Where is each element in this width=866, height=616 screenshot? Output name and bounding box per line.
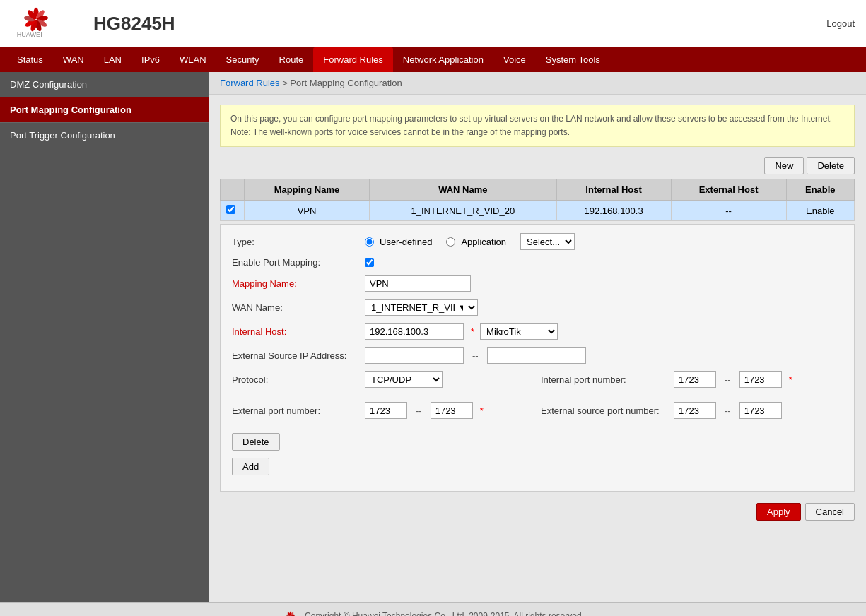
enable-label: Enable Port Mapping: (232, 257, 359, 268)
nav-forward-rules[interactable]: Forward Rules (313, 47, 393, 72)
sidebar: DMZ Configuration Port Mapping Configura… (0, 72, 209, 602)
new-button[interactable]: New (764, 157, 804, 174)
row-external-host: -- (671, 201, 786, 221)
nav-route[interactable]: Route (269, 47, 314, 72)
mapping-table: Mapping Name WAN Name Internal Host Exte… (220, 179, 855, 221)
nav-wan[interactable]: WAN (53, 47, 94, 72)
external-port-row: External port number: -- * (232, 402, 534, 419)
footer-logo (282, 610, 299, 616)
ext-source-port-from[interactable] (674, 402, 716, 419)
nav-security[interactable]: Security (216, 47, 269, 72)
type-user-defined-option[interactable]: User-defined (365, 237, 432, 247)
nav-system-tools[interactable]: System Tools (536, 47, 610, 72)
content-area: Forward Rules > Port Mapping Configurati… (209, 72, 866, 602)
cancel-button[interactable]: Cancel (805, 503, 855, 521)
wan-name-label: WAN Name: (232, 302, 359, 313)
type-application-label: Application (461, 237, 506, 247)
enable-row: Enable Port Mapping: (232, 257, 843, 268)
delete-button[interactable]: Delete (807, 157, 855, 174)
nav-wlan[interactable]: WLAN (170, 47, 216, 72)
row-enable: Enable (786, 201, 854, 221)
ext-source-port-label: External source port number: (541, 405, 668, 416)
external-source-label: External Source IP Address: (232, 350, 359, 361)
table-actions: New Delete (220, 157, 855, 174)
footer: Copyright © Huawei Technologies Co., Ltd… (0, 602, 866, 616)
mapping-name-label: Mapping Name: (232, 278, 359, 289)
footer-text: Copyright © Huawei Technologies Co., Ltd… (305, 611, 584, 616)
table-row[interactable]: VPN 1_INTERNET_R_VID_20 192.168.100.3 --… (221, 201, 855, 221)
external-port-required: * (480, 405, 484, 416)
external-source-input1[interactable] (365, 347, 464, 364)
protocol-select[interactable]: TCP/UDP TCP UDP (365, 371, 443, 388)
internal-host-input[interactable] (365, 323, 464, 340)
internal-host-device-select[interactable]: MikroTik (480, 323, 558, 340)
ext-source-port-row: External source port number: -- (541, 402, 843, 419)
internal-port-label: Internal port number: (541, 374, 668, 385)
delete-row-button[interactable]: Delete (232, 433, 280, 451)
info-box: On this page, you can configure port map… (220, 105, 855, 147)
type-application-radio[interactable] (446, 237, 455, 247)
add-button[interactable]: Add (232, 458, 269, 475)
row-checkbox[interactable] (226, 205, 235, 214)
type-user-defined-radio[interactable] (365, 237, 374, 247)
col-mapping-name: Mapping Name (245, 179, 370, 201)
external-port-to[interactable] (431, 402, 473, 419)
mapping-name-input[interactable] (365, 275, 471, 292)
main-layout: DMZ Configuration Port Mapping Configura… (0, 72, 866, 602)
external-source-input2[interactable] (487, 347, 586, 364)
ext-source-port-to[interactable] (739, 402, 782, 419)
external-source-dash: -- (469, 350, 481, 361)
col-enable: Enable (786, 179, 854, 201)
col-checkbox (221, 179, 245, 201)
nav-ipv6[interactable]: IPv6 (131, 47, 170, 72)
breadcrumb-parent[interactable]: Forward Rules (220, 78, 280, 88)
bottom-actions: Apply Cancel (220, 503, 855, 521)
internal-port-required: * (789, 374, 792, 385)
external-source-row: External Source IP Address: -- (232, 347, 843, 364)
nav-lan[interactable]: LAN (94, 47, 131, 72)
type-radio-group: User-defined Application Select... (365, 233, 575, 250)
internal-port-dash: -- (722, 374, 734, 385)
nav-network-application[interactable]: Network Application (393, 47, 493, 72)
svg-text:HUAWEI: HUAWEI (17, 31, 42, 38)
breadcrumb-current: Port Mapping Configuration (290, 78, 402, 88)
info-line2: Note: The well-known ports for voice ser… (230, 126, 844, 139)
col-wan-name: WAN Name (370, 179, 557, 201)
type-application-option[interactable]: Application (446, 237, 506, 247)
internal-port-row: Internal port number: -- * (541, 371, 843, 388)
delete-row-area: Delete (232, 433, 843, 451)
sidebar-item-port-trigger[interactable]: Port Trigger Configuration (0, 123, 209, 148)
nav-status[interactable]: Status (7, 47, 53, 72)
type-application-select[interactable]: Select... (520, 233, 575, 250)
breadcrumb-separator: > (280, 78, 291, 88)
internal-port-to[interactable] (739, 371, 782, 388)
ext-source-port-dash: -- (722, 405, 734, 416)
type-label: Type: (232, 237, 359, 247)
col-external-host: External Host (671, 179, 786, 201)
enable-checkbox[interactable] (365, 258, 374, 267)
sidebar-item-port-mapping[interactable]: Port Mapping Configuration (0, 97, 209, 123)
apply-button[interactable]: Apply (756, 503, 801, 521)
external-port-from[interactable] (365, 402, 407, 419)
row-mapping-name: VPN (245, 201, 370, 221)
add-row-area: Add (232, 458, 843, 475)
form-section: Type: User-defined Application Select... (220, 224, 855, 492)
logout-button[interactable]: Logout (826, 18, 855, 29)
protocol-label: Protocol: (232, 374, 359, 385)
wan-name-row: WAN Name: 1_INTERNET_R_VII ▼ (232, 299, 843, 316)
internal-host-required: * (471, 326, 474, 337)
mapping-name-row: Mapping Name: (232, 275, 843, 292)
col-internal-host: Internal Host (556, 179, 671, 201)
port-grid: Protocol: TCP/UDP TCP UDP Internal port … (232, 371, 843, 426)
logo-area: HUAWEI (11, 6, 61, 41)
row-checkbox-cell[interactable] (221, 201, 245, 221)
internal-port-from[interactable] (674, 371, 716, 388)
nav-voice[interactable]: Voice (493, 47, 536, 72)
table-area: New Delete Mapping Name WAN Name Interna… (209, 157, 866, 532)
wan-name-select[interactable]: 1_INTERNET_R_VII ▼ (365, 299, 478, 316)
sidebar-item-dmz[interactable]: DMZ Configuration (0, 72, 209, 97)
type-row: Type: User-defined Application Select... (232, 233, 843, 250)
breadcrumb: Forward Rules > Port Mapping Configurati… (209, 72, 866, 95)
type-user-defined-label: User-defined (380, 237, 432, 247)
row-internal-host: 192.168.100.3 (556, 201, 671, 221)
